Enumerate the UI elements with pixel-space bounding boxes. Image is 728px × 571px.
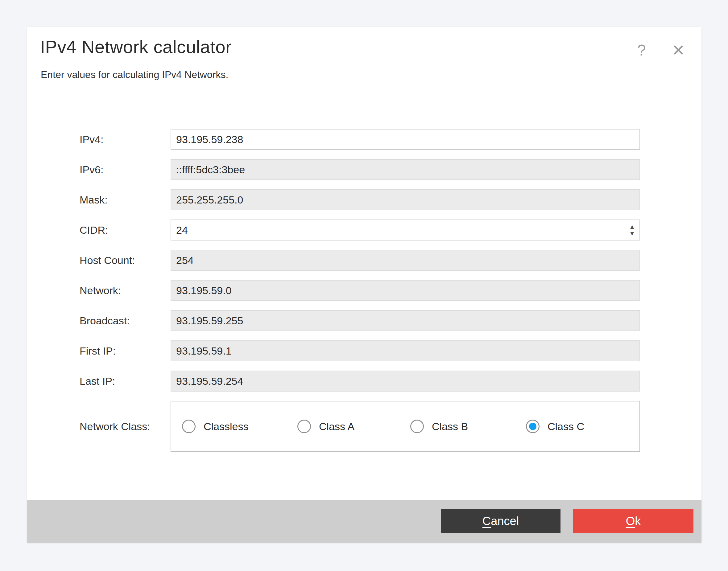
field-row-network: Network: bbox=[80, 280, 640, 301]
last-ip-field bbox=[171, 371, 640, 391]
first-ip-field bbox=[171, 340, 640, 361]
ipv6-field bbox=[171, 159, 640, 180]
radio-label-class-b: Class B bbox=[432, 421, 468, 433]
mask-label: Mask: bbox=[80, 194, 171, 206]
network-class-groupbox: Classless Class A Class B Class C bbox=[171, 401, 640, 452]
field-row-cidr: CIDR: ▲ ▼ bbox=[80, 220, 640, 240]
field-row-host-count: Host Count: bbox=[80, 250, 640, 271]
dialog-subtitle: Enter values for calculating IPv4 Networ… bbox=[41, 68, 228, 81]
close-icon[interactable]: ✕ bbox=[664, 39, 692, 62]
field-row-last-ip: Last IP: bbox=[80, 371, 640, 391]
radio-circle-icon bbox=[410, 420, 424, 433]
last-ip-label: Last IP: bbox=[80, 375, 171, 387]
help-icon[interactable]: ? bbox=[629, 39, 654, 61]
mask-field bbox=[171, 189, 640, 210]
broadcast-label: Broadcast: bbox=[80, 315, 171, 327]
footer-bar: Cancel Ok bbox=[27, 500, 702, 543]
cancel-button-label: Cancel bbox=[483, 515, 519, 528]
radio-circle-selected-icon bbox=[526, 420, 539, 433]
dialog-title: IPv4 Network calculator bbox=[40, 35, 232, 59]
ipv6-label: IPv6: bbox=[80, 164, 171, 176]
radio-circle-icon bbox=[182, 420, 196, 433]
ipv4-network-calculator-dialog: IPv4 Network calculator Enter values for… bbox=[27, 27, 702, 543]
spin-down-icon[interactable]: ▼ bbox=[629, 231, 635, 236]
host-count-field bbox=[171, 250, 640, 271]
field-row-first-ip: First IP: bbox=[80, 340, 640, 361]
radio-classless[interactable]: Classless bbox=[182, 420, 248, 433]
ok-button-label: Ok bbox=[626, 515, 641, 528]
calculator-form: IPv4: IPv6: Mask: CIDR: ▲ ▼ bbox=[80, 129, 640, 452]
radio-class-c[interactable]: Class C bbox=[526, 420, 584, 433]
field-row-ipv4: IPv4: bbox=[80, 129, 640, 150]
cidr-input[interactable] bbox=[171, 220, 640, 240]
network-class-row: Network Class: Classless Class A Class B… bbox=[80, 401, 640, 452]
cidr-label: CIDR: bbox=[80, 224, 171, 236]
broadcast-field bbox=[171, 310, 640, 331]
radio-class-b[interactable]: Class B bbox=[410, 420, 468, 433]
first-ip-label: First IP: bbox=[80, 345, 171, 357]
radio-label-classless: Classless bbox=[204, 421, 248, 433]
radio-label-class-c: Class C bbox=[547, 421, 584, 433]
field-row-ipv6: IPv6: bbox=[80, 159, 640, 180]
network-label: Network: bbox=[80, 284, 171, 297]
network-field bbox=[171, 280, 640, 301]
ipv4-label: IPv4: bbox=[80, 133, 171, 145]
cidr-spinner: ▲ ▼ bbox=[629, 224, 635, 236]
radio-circle-icon bbox=[297, 420, 311, 433]
field-row-mask: Mask: bbox=[80, 189, 640, 210]
field-row-broadcast: Broadcast: bbox=[80, 310, 640, 331]
network-class-label: Network Class: bbox=[80, 421, 171, 433]
ok-button[interactable]: Ok bbox=[573, 509, 694, 533]
host-count-label: Host Count: bbox=[80, 254, 171, 266]
ipv4-input[interactable] bbox=[171, 129, 640, 150]
radio-class-a[interactable]: Class A bbox=[297, 420, 354, 433]
spin-up-icon[interactable]: ▲ bbox=[629, 224, 635, 229]
radio-label-class-a: Class A bbox=[319, 421, 354, 433]
cancel-button[interactable]: Cancel bbox=[441, 509, 560, 533]
